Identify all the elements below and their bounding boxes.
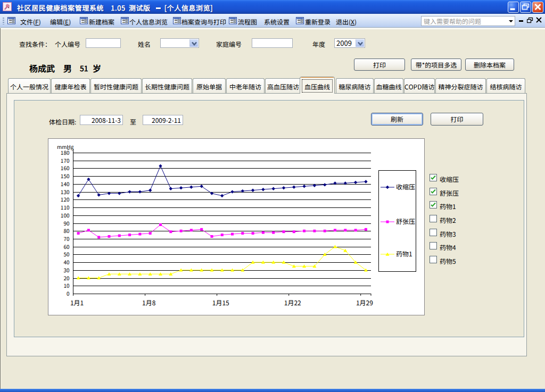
svg-text:110: 110: [61, 203, 70, 211]
svg-text:130: 130: [61, 188, 70, 196]
svg-text:160: 160: [61, 164, 70, 172]
svg-text:120: 120: [61, 195, 70, 203]
svg-text:收缩压: 收缩压: [396, 182, 415, 191]
svg-text:50: 50: [63, 250, 70, 258]
svg-text:30: 30: [63, 266, 70, 274]
svg-text:140: 140: [61, 180, 70, 188]
svg-text:40: 40: [63, 258, 70, 266]
svg-text:药物1: 药物1: [396, 249, 412, 258]
svg-text:舒张压: 舒张压: [396, 216, 415, 226]
svg-text:1月29: 1月29: [356, 298, 373, 307]
svg-text:170: 170: [61, 156, 70, 164]
svg-text:1月22: 1月22: [284, 298, 301, 307]
svg-text:70: 70: [63, 235, 70, 243]
svg-text:mmHg: mmHg: [57, 143, 74, 151]
svg-text:1月1: 1月1: [70, 298, 84, 307]
svg-text:60: 60: [63, 243, 70, 251]
svg-text:0: 0: [67, 289, 70, 297]
svg-text:10: 10: [63, 281, 70, 289]
svg-text:20: 20: [63, 274, 70, 282]
svg-text:150: 150: [61, 172, 70, 180]
svg-text:90: 90: [63, 219, 70, 227]
svg-text:100: 100: [61, 211, 70, 219]
svg-text:1月15: 1月15: [212, 298, 229, 307]
svg-text:80: 80: [63, 227, 70, 235]
svg-text:1月8: 1月8: [142, 298, 156, 307]
